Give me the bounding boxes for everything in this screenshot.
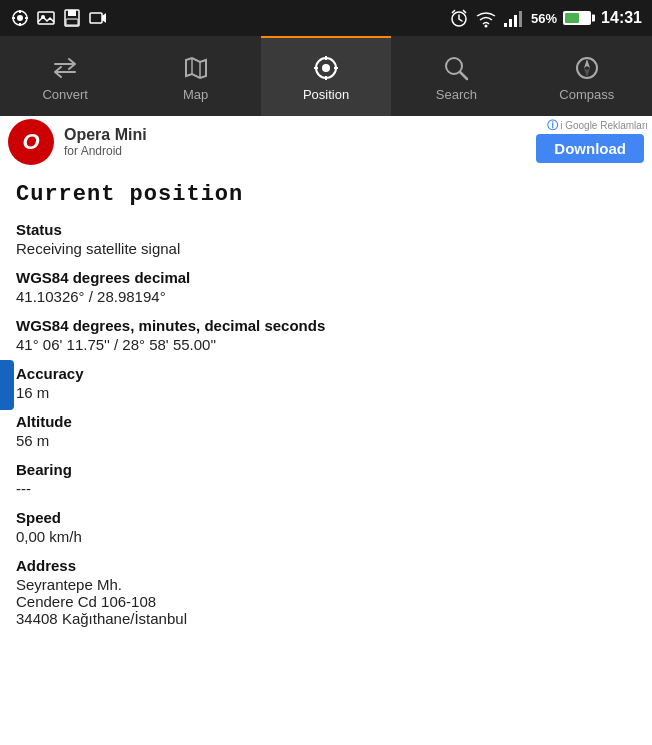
nav-compass[interactable]: Compass bbox=[522, 36, 652, 116]
battery-icon bbox=[563, 11, 591, 25]
status-label: Status bbox=[16, 221, 636, 238]
nav-search[interactable]: Search bbox=[391, 36, 521, 116]
alarm-icon bbox=[449, 8, 469, 28]
wifi-icon bbox=[475, 8, 497, 28]
battery-fill bbox=[565, 13, 579, 23]
svg-rect-7 bbox=[90, 13, 102, 23]
nav-search-label: Search bbox=[436, 87, 477, 102]
section-wgs84-dms: WGS84 degrees, minutes, decimal seconds … bbox=[16, 317, 636, 353]
ad-banner: O Opera Mini for Android ⓘ i Google Rekl… bbox=[0, 116, 652, 168]
section-bearing: Bearing --- bbox=[16, 461, 636, 497]
section-accuracy: Accuracy 16 m bbox=[16, 365, 636, 401]
opera-logo: O bbox=[8, 119, 54, 165]
opera-text: Opera Mini for Android bbox=[64, 126, 147, 158]
wgs84-dms-label: WGS84 degrees, minutes, decimal seconds bbox=[16, 317, 636, 334]
status-bar-right: 56% 14:31 bbox=[449, 8, 642, 28]
svg-rect-12 bbox=[509, 19, 512, 27]
image-icon bbox=[36, 8, 56, 28]
position-icon bbox=[311, 53, 341, 83]
google-badge-text: i Google Reklamları bbox=[560, 120, 648, 131]
altitude-label: Altitude bbox=[16, 413, 636, 430]
compass-icon bbox=[572, 53, 602, 83]
nav-map[interactable]: Map bbox=[130, 36, 260, 116]
address-label: Address bbox=[16, 557, 636, 574]
nav-position-label: Position bbox=[303, 87, 349, 102]
svg-rect-2 bbox=[38, 12, 54, 24]
page-title: Current position bbox=[16, 182, 636, 207]
save-icon bbox=[62, 8, 82, 28]
map-icon bbox=[181, 53, 211, 83]
download-button[interactable]: Download bbox=[536, 134, 644, 163]
status-value: Receiving satellite signal bbox=[16, 240, 636, 257]
svg-point-10 bbox=[485, 25, 488, 28]
section-address: Address Seyrantepe Mh. Cendere Cd 106-10… bbox=[16, 557, 636, 627]
wgs84-decimal-value: 41.10326° / 28.98194° bbox=[16, 288, 636, 305]
svg-marker-26 bbox=[584, 59, 590, 68]
svg-point-0 bbox=[17, 15, 23, 21]
svg-marker-27 bbox=[584, 68, 590, 77]
main-content: Current position Status Receiving satell… bbox=[0, 168, 652, 745]
status-bar-left bbox=[10, 8, 108, 28]
opera-subtitle: for Android bbox=[64, 144, 147, 158]
opera-letter: O bbox=[22, 129, 39, 155]
signal-icon bbox=[503, 9, 525, 27]
status-bar: 56% 14:31 bbox=[0, 0, 652, 36]
video-icon bbox=[88, 8, 108, 28]
search-icon bbox=[441, 53, 471, 83]
section-status: Status Receiving satellite signal bbox=[16, 221, 636, 257]
svg-rect-6 bbox=[66, 19, 78, 25]
nav-position[interactable]: Position bbox=[261, 36, 391, 116]
nav-convert-label: Convert bbox=[42, 87, 88, 102]
svg-rect-5 bbox=[68, 10, 76, 16]
convert-icon bbox=[50, 53, 80, 83]
address-value: Seyrantepe Mh. Cendere Cd 106-108 34408 … bbox=[16, 576, 636, 627]
gps-icon bbox=[10, 8, 30, 28]
svg-rect-14 bbox=[519, 11, 522, 27]
battery-tip bbox=[592, 15, 595, 22]
altitude-value: 56 m bbox=[16, 432, 636, 449]
opera-title: Opera Mini bbox=[64, 126, 147, 144]
bearing-label: Bearing bbox=[16, 461, 636, 478]
bearing-value: --- bbox=[16, 480, 636, 497]
speed-label: Speed bbox=[16, 509, 636, 526]
section-wgs84-decimal: WGS84 degrees decimal 41.10326° / 28.981… bbox=[16, 269, 636, 305]
svg-point-18 bbox=[322, 64, 330, 72]
accuracy-value: 16 m bbox=[16, 384, 636, 401]
svg-rect-13 bbox=[514, 15, 517, 27]
svg-rect-11 bbox=[504, 23, 507, 27]
svg-line-24 bbox=[460, 72, 467, 79]
nav-compass-label: Compass bbox=[559, 87, 614, 102]
battery-percent: 56% bbox=[531, 11, 557, 26]
wgs84-dms-value: 41° 06' 11.75'' / 28° 58' 55.00'' bbox=[16, 336, 636, 353]
google-badge: ⓘ i Google Reklamları bbox=[547, 118, 648, 133]
nav-map-label: Map bbox=[183, 87, 208, 102]
speed-value: 0,00 km/h bbox=[16, 528, 636, 545]
section-altitude: Altitude 56 m bbox=[16, 413, 636, 449]
nav-bar: Convert Map Position bbox=[0, 36, 652, 116]
blue-indicator bbox=[0, 360, 14, 410]
time-display: 14:31 bbox=[601, 9, 642, 27]
section-speed: Speed 0,00 km/h bbox=[16, 509, 636, 545]
nav-convert[interactable]: Convert bbox=[0, 36, 130, 116]
accuracy-label: Accuracy bbox=[16, 365, 636, 382]
wgs84-decimal-label: WGS84 degrees decimal bbox=[16, 269, 636, 286]
